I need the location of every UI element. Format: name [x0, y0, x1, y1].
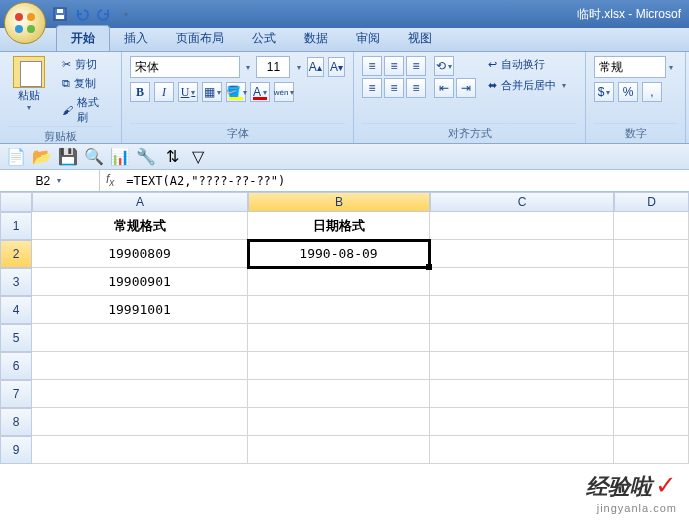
- cell-c6[interactable]: [430, 352, 614, 380]
- align-bottom-icon[interactable]: ≡: [406, 56, 426, 76]
- increase-font-icon[interactable]: A▴: [307, 57, 324, 77]
- select-all-corner[interactable]: [0, 192, 32, 212]
- cell-d2[interactable]: [614, 240, 689, 268]
- paste-dropdown-icon[interactable]: ▾: [24, 103, 34, 112]
- cell-c9[interactable]: [430, 436, 614, 464]
- underline-button[interactable]: U: [178, 82, 198, 102]
- decrease-font-icon[interactable]: A▾: [328, 57, 345, 77]
- tab-review[interactable]: 审阅: [342, 26, 394, 51]
- row-header-9[interactable]: 9: [0, 436, 32, 464]
- number-format-dropdown-icon[interactable]: ▾: [666, 56, 676, 78]
- border-button[interactable]: ▦: [202, 82, 222, 102]
- cell-b4[interactable]: [248, 296, 430, 324]
- font-size-select[interactable]: [256, 56, 290, 78]
- cell-d4[interactable]: [614, 296, 689, 324]
- cell-a8[interactable]: [32, 408, 248, 436]
- row-header-6[interactable]: 6: [0, 352, 32, 380]
- save-icon[interactable]: [52, 6, 68, 22]
- comma-button[interactable]: ,: [642, 82, 662, 102]
- row-header-8[interactable]: 8: [0, 408, 32, 436]
- row-header-2[interactable]: 2: [0, 240, 32, 268]
- percent-button[interactable]: %: [618, 82, 638, 102]
- align-right-icon[interactable]: ≡: [406, 78, 426, 98]
- tool-icon[interactable]: 🔧: [136, 147, 156, 167]
- cell-d6[interactable]: [614, 352, 689, 380]
- chart-icon[interactable]: 📊: [110, 147, 130, 167]
- cell-b5[interactable]: [248, 324, 430, 352]
- cell-c3[interactable]: [430, 268, 614, 296]
- cell-b9[interactable]: [248, 436, 430, 464]
- cut-button[interactable]: ✂剪切: [58, 56, 113, 73]
- cell-a3[interactable]: 19900901: [32, 268, 248, 296]
- col-header-c[interactable]: C: [430, 192, 614, 212]
- row-header-7[interactable]: 7: [0, 380, 32, 408]
- redo-icon[interactable]: [96, 6, 112, 22]
- cell-d8[interactable]: [614, 408, 689, 436]
- paste-button[interactable]: 粘贴 ▾: [8, 56, 50, 112]
- tab-view[interactable]: 视图: [394, 26, 446, 51]
- row-header-3[interactable]: 3: [0, 268, 32, 296]
- font-color-button[interactable]: A: [250, 82, 270, 102]
- tab-insert[interactable]: 插入: [110, 26, 162, 51]
- fill-color-button[interactable]: 🪣: [226, 82, 246, 102]
- formula-input[interactable]: =TEXT(A2,"????-??-??"): [120, 174, 689, 188]
- print-preview-icon[interactable]: 🔍: [84, 147, 104, 167]
- align-left-icon[interactable]: ≡: [362, 78, 382, 98]
- sort-icon[interactable]: ⇅: [162, 147, 182, 167]
- copy-button[interactable]: ⧉复制: [58, 75, 113, 92]
- phonetic-button[interactable]: wén: [274, 82, 294, 102]
- cell-a7[interactable]: [32, 380, 248, 408]
- qat-dropdown-icon[interactable]: ▾: [118, 6, 134, 22]
- cell-b3[interactable]: [248, 268, 430, 296]
- tab-data[interactable]: 数据: [290, 26, 342, 51]
- wrap-text-button[interactable]: ↩自动换行: [484, 56, 570, 73]
- cell-c7[interactable]: [430, 380, 614, 408]
- office-button[interactable]: [4, 2, 46, 44]
- cell-b8[interactable]: [248, 408, 430, 436]
- cell-a9[interactable]: [32, 436, 248, 464]
- filter-icon[interactable]: ▽: [188, 147, 208, 167]
- cell-a2[interactable]: 19900809: [32, 240, 248, 268]
- cell-d9[interactable]: [614, 436, 689, 464]
- cell-c2[interactable]: [430, 240, 614, 268]
- decrease-indent-icon[interactable]: ⇤: [434, 78, 454, 98]
- cell-c5[interactable]: [430, 324, 614, 352]
- cell-a6[interactable]: [32, 352, 248, 380]
- align-center-icon[interactable]: ≡: [384, 78, 404, 98]
- open-icon[interactable]: 📂: [32, 147, 52, 167]
- orientation-button[interactable]: ⟲: [434, 56, 454, 76]
- spreadsheet-grid[interactable]: A B C D 1 常规格式 日期格式 2 19900809 1990-08-0…: [0, 192, 689, 464]
- cell-a5[interactable]: [32, 324, 248, 352]
- number-format-select[interactable]: [594, 56, 666, 78]
- name-box[interactable]: B2 ▾: [0, 170, 100, 191]
- tab-formulas[interactable]: 公式: [238, 26, 290, 51]
- col-header-a[interactable]: A: [32, 192, 248, 212]
- row-header-5[interactable]: 5: [0, 324, 32, 352]
- currency-button[interactable]: $: [594, 82, 614, 102]
- cell-b2[interactable]: 1990-08-09: [248, 240, 430, 268]
- bold-button[interactable]: B: [130, 82, 150, 102]
- col-header-d[interactable]: D: [614, 192, 689, 212]
- cell-a1[interactable]: 常规格式: [32, 212, 248, 240]
- italic-button[interactable]: I: [154, 82, 174, 102]
- cell-c8[interactable]: [430, 408, 614, 436]
- row-header-1[interactable]: 1: [0, 212, 32, 240]
- cell-d7[interactable]: [614, 380, 689, 408]
- cell-b7[interactable]: [248, 380, 430, 408]
- font-name-select[interactable]: [130, 56, 240, 78]
- cell-d1[interactable]: [614, 212, 689, 240]
- namebox-dropdown-icon[interactable]: ▾: [54, 176, 64, 185]
- cell-b6[interactable]: [248, 352, 430, 380]
- cell-c4[interactable]: [430, 296, 614, 324]
- new-icon[interactable]: 📄: [6, 147, 26, 167]
- align-middle-icon[interactable]: ≡: [384, 56, 404, 76]
- increase-indent-icon[interactable]: ⇥: [456, 78, 476, 98]
- cell-b1[interactable]: 日期格式: [248, 212, 430, 240]
- tab-home[interactable]: 开始: [56, 25, 110, 51]
- format-painter-button[interactable]: 🖌格式刷: [58, 94, 113, 126]
- font-size-dropdown-icon[interactable]: ▾: [294, 63, 302, 72]
- merge-center-button[interactable]: ⬌合并后居中: [484, 77, 570, 94]
- cell-d5[interactable]: [614, 324, 689, 352]
- row-header-4[interactable]: 4: [0, 296, 32, 324]
- undo-icon[interactable]: [74, 6, 90, 22]
